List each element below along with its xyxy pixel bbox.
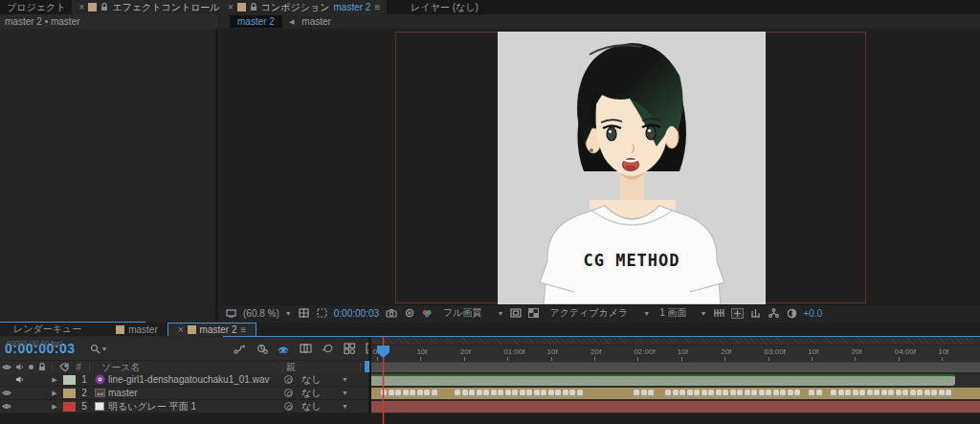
- layer-marker[interactable]: [773, 390, 779, 397]
- track-bar-master[interactable]: [371, 388, 980, 399]
- layer-marker[interactable]: [424, 390, 430, 397]
- video-column-icon[interactable]: [0, 364, 13, 370]
- layer-row-3[interactable]: ▶ 5 明るいグレー 平面 1 なし ▼: [0, 400, 368, 413]
- snapshot-camera-icon[interactable]: [385, 308, 397, 319]
- layer-marker[interactable]: [859, 390, 865, 397]
- layer-marker[interactable]: [737, 390, 743, 397]
- tab-composition[interactable]: × コンポジション master 2 ≡: [221, 0, 387, 14]
- layer-name[interactable]: line-girl1-denshagatouchaku1_01.wav: [108, 374, 269, 385]
- parent-select[interactable]: なし: [301, 400, 321, 413]
- view-layout-dropdown-icon[interactable]: ▼: [701, 310, 707, 317]
- brainstorm-icon[interactable]: [343, 343, 356, 355]
- tab-timeline-master2[interactable]: × master 2 ≡: [167, 323, 257, 336]
- viewer-tab-master2[interactable]: master 2: [230, 15, 282, 28]
- layer-marker[interactable]: [498, 390, 503, 397]
- timeline-ruler[interactable]: 00f10f20f01:00f10f20f02:00f10f20f03:00f1…: [371, 346, 980, 362]
- viewer-timecode[interactable]: 0:00:00:03: [334, 308, 379, 319]
- layer-marker[interactable]: [410, 390, 415, 397]
- track-bar-audio[interactable]: [371, 374, 955, 386]
- layer-marker[interactable]: [648, 390, 654, 397]
- layer-marker[interactable]: [881, 390, 887, 397]
- number-column[interactable]: #: [72, 362, 85, 372]
- composition-viewer[interactable]: CG METHOD: [221, 29, 980, 304]
- layer-marker[interactable]: [794, 390, 800, 397]
- motion-blur-icon[interactable]: [321, 343, 334, 355]
- show-in-timeline-icon[interactable]: [749, 308, 762, 319]
- parent-column[interactable]: 親: [286, 361, 296, 374]
- layer-marker[interactable]: [665, 390, 671, 397]
- region-of-interest-icon[interactable]: [316, 308, 328, 319]
- layer-marker[interactable]: [403, 390, 409, 397]
- layer-marker[interactable]: [924, 390, 930, 397]
- layer-marker[interactable]: [534, 390, 540, 397]
- label-column-icon[interactable]: [56, 363, 72, 371]
- layer-marker[interactable]: [780, 390, 786, 397]
- magnification-dropdown-icon[interactable]: ▼: [285, 310, 292, 317]
- layer-marker[interactable]: [634, 390, 639, 397]
- source-name-column[interactable]: ソース名: [101, 361, 140, 374]
- frame-blending-icon[interactable]: [299, 343, 312, 355]
- viewer-tab-master[interactable]: master: [301, 16, 331, 27]
- layer-marker[interactable]: [759, 390, 765, 397]
- grid-guides-icon[interactable]: [731, 308, 744, 319]
- layer-marker[interactable]: [766, 390, 771, 397]
- camera-select[interactable]: アクティブカメラ: [549, 306, 628, 320]
- layer-marker[interactable]: [745, 390, 750, 397]
- layer-row-1[interactable]: ▶ 1 line-girl1-denshagatouchaku1_01.wav …: [0, 373, 368, 387]
- parent-pickwhip-icon[interactable]: [284, 375, 293, 384]
- camera-dropdown-icon[interactable]: ▼: [643, 310, 650, 317]
- layer-marker[interactable]: [569, 390, 575, 397]
- always-preview-icon[interactable]: [225, 308, 237, 319]
- tab-timeline-master[interactable]: master: [106, 323, 167, 336]
- tab-render-queue[interactable]: レンダーキュー: [0, 323, 106, 336]
- layer-marker[interactable]: [723, 390, 728, 397]
- timeline-graph-area[interactable]: 00f10f20f01:00f10f20f02:00f10f20f03:00f1…: [371, 337, 980, 424]
- layer-marker[interactable]: [432, 390, 437, 397]
- parent-pickwhip-icon[interactable]: [284, 389, 293, 397]
- layer-marker[interactable]: [694, 390, 700, 397]
- parent-pickwhip-icon[interactable]: [284, 402, 293, 411]
- lock-column-icon[interactable]: [36, 363, 48, 371]
- solo-column-icon[interactable]: [25, 365, 36, 369]
- exposure-icon[interactable]: [786, 308, 798, 319]
- close-icon[interactable]: ×: [228, 3, 234, 12]
- layer-marker[interactable]: [455, 390, 460, 397]
- track-bar-solid[interactable]: [371, 401, 980, 413]
- parent-dropdown-icon[interactable]: ▼: [342, 376, 348, 383]
- layer-marker[interactable]: [917, 390, 923, 397]
- layer-marker[interactable]: [931, 390, 937, 397]
- layer-marker[interactable]: [838, 390, 844, 397]
- parent-dropdown-icon[interactable]: ▼: [342, 403, 348, 410]
- expand-arrow-icon[interactable]: ▶: [48, 390, 61, 397]
- layer-marker[interactable]: [939, 390, 945, 397]
- layer-marker[interactable]: [555, 390, 561, 397]
- hide-shy-layers-icon[interactable]: [277, 343, 290, 355]
- layer-marker[interactable]: [816, 390, 822, 397]
- layer-row-2[interactable]: ▶ 2 master なし ▼: [0, 387, 368, 400]
- show-snapshot-icon[interactable]: [403, 308, 415, 319]
- layer-marker[interactable]: [673, 390, 679, 397]
- roi-toggle-icon[interactable]: [509, 308, 522, 319]
- viewer-prev-icon[interactable]: ◀: [289, 18, 294, 25]
- layer-marker[interactable]: [417, 390, 423, 397]
- layer-marker[interactable]: [512, 390, 518, 397]
- layer-marker[interactable]: [462, 390, 468, 397]
- parent-dropdown-icon[interactable]: ▼: [342, 390, 348, 396]
- layer-marker[interactable]: [853, 390, 858, 397]
- layer-marker[interactable]: [702, 390, 707, 397]
- layer-marker[interactable]: [910, 390, 916, 397]
- layer-marker[interactable]: [730, 390, 736, 397]
- layer-marker[interactable]: [520, 390, 525, 397]
- mini-flowchart-icon[interactable]: [233, 343, 246, 355]
- layer-marker[interactable]: [389, 390, 394, 397]
- flowchart-icon[interactable]: [768, 308, 780, 319]
- layer-marker[interactable]: [788, 390, 793, 397]
- layer-marker[interactable]: [888, 390, 894, 397]
- label-color-swatch[interactable]: [63, 389, 76, 398]
- channels-icon[interactable]: [421, 308, 434, 319]
- expand-arrow-icon[interactable]: ▶: [48, 376, 61, 384]
- resolution-select[interactable]: フル画質: [443, 306, 481, 320]
- panel-menu-icon[interactable]: ≡: [374, 3, 380, 12]
- work-area-bar[interactable]: [371, 362, 980, 373]
- tab-layer[interactable]: レイヤー (なし): [404, 0, 485, 14]
